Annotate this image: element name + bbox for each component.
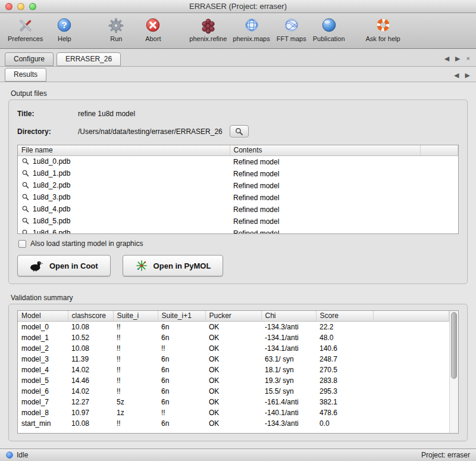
tab-back-arrow-icon[interactable]: ◀: [454, 71, 459, 79]
coot-bird-icon: [30, 260, 44, 272]
cell: 140.6: [316, 343, 373, 354]
output-files-group-label: Output files: [11, 89, 468, 98]
output-file-row[interactable]: 1u8d_6.pdbRefined model: [18, 228, 458, 235]
tab-nav: ◀ ▶ ×: [444, 55, 470, 63]
tab-back-arrow-icon[interactable]: ◀: [444, 55, 449, 63]
tab-forward-arrow-icon[interactable]: ▶: [455, 55, 460, 63]
cell: model_0: [18, 321, 68, 332]
cell: !!: [158, 407, 205, 418]
output-file-row[interactable]: 1u8d_5.pdbRefined model: [18, 216, 458, 228]
toolbar-publication-button[interactable]: Publication: [313, 16, 345, 42]
validation-row[interactable]: model_110.52!!6nOK-134.1/anti48.0: [18, 332, 449, 343]
pymol-icon: [135, 260, 148, 272]
tab-results[interactable]: Results: [5, 68, 46, 82]
toolbar-help-button[interactable]: ? Help: [49, 16, 80, 42]
close-window-button[interactable]: [5, 3, 12, 10]
cell: Refined model: [230, 204, 420, 216]
cell: 6n: [158, 365, 205, 375]
status-project: Project: erraser: [421, 451, 470, 459]
cell: 14.02: [68, 386, 113, 397]
sub-tab-bar: Results ◀ ▶: [0, 67, 476, 82]
column-header[interactable]: clashscore: [68, 311, 113, 321]
cell: 10.97: [68, 407, 113, 418]
validation-row[interactable]: model_311.39!!6nOK63.1/ syn248.7: [18, 354, 449, 365]
toolbar-label: Ask for help: [366, 35, 400, 42]
cell: 14.46: [68, 375, 113, 386]
tab-configure[interactable]: Configure: [5, 52, 54, 66]
minimize-window-button[interactable]: [17, 3, 24, 10]
validation-row[interactable]: model_010.08!!6nOK-134.3/anti22.2: [18, 321, 449, 332]
toolbar-label: Preferences: [8, 35, 43, 42]
cell-filler: [420, 168, 458, 180]
vertical-scrollbar[interactable]: [449, 311, 458, 433]
tab-close-icon[interactable]: ×: [466, 55, 470, 63]
toolbar-phenix-refine-button[interactable]: phenix.refine: [189, 16, 227, 42]
output-file-row[interactable]: 1u8d_2.pdbRefined model: [18, 180, 458, 192]
output-file-row[interactable]: 1u8d_3.pdbRefined model: [18, 192, 458, 204]
output-file-row[interactable]: 1u8d_0.pdbRefined model: [18, 155, 458, 168]
cell: OK: [205, 321, 261, 332]
cell: !!: [113, 354, 158, 365]
load-starting-model-checkbox[interactable]: [18, 240, 26, 248]
toolbar-fft-maps-button[interactable]: FFT maps: [276, 16, 307, 42]
toolbar-preferences-button[interactable]: Preferences: [8, 16, 43, 42]
validation-row[interactable]: model_514.46!!6nOK19.3/ syn283.8: [18, 375, 449, 386]
cell-filler: [373, 386, 449, 397]
column-header[interactable]: Score: [316, 311, 373, 321]
browse-directory-button[interactable]: [230, 125, 249, 138]
output-file-row[interactable]: 1u8d_1.pdbRefined model: [18, 168, 458, 180]
validation-row[interactable]: model_810.971z!!OK-140.1/anti478.6: [18, 407, 449, 418]
cell: -134.1/anti: [261, 332, 316, 343]
preferences-icon: [16, 16, 35, 35]
validation-row[interactable]: model_210.08!!!!OK-134.1/anti140.6: [18, 343, 449, 354]
cell: !!: [113, 343, 158, 354]
cell: OK: [205, 418, 261, 429]
status-text: Idle: [17, 451, 28, 459]
output-files-table-body: 1u8d_0.pdbRefined model1u8d_1.pdbRefined…: [18, 155, 458, 234]
column-header-filler: [420, 145, 458, 155]
main-tab-bar: Configure ERRASER_26 ◀ ▶ ×: [0, 49, 476, 67]
open-in-pymol-button[interactable]: Open in PyMOL: [123, 255, 224, 276]
toolbar-abort-button[interactable]: Abort: [137, 16, 168, 42]
open-in-pymol-label: Open in PyMOL: [154, 261, 211, 270]
cell: 6n: [158, 332, 205, 343]
column-header[interactable]: Model: [18, 311, 68, 321]
tab-forward-arrow-icon[interactable]: ▶: [465, 71, 470, 79]
column-header[interactable]: Pucker: [205, 311, 261, 321]
validation-row[interactable]: model_712.275z6nOK-161.4/anti382.1: [18, 397, 449, 407]
cell: 22.2: [316, 321, 373, 332]
validation-table-header: ModelclashscoreSuite_iSuite_i+1PuckerChi…: [18, 311, 449, 321]
cell: Refined model: [230, 216, 420, 228]
open-in-coot-button[interactable]: Open in Coot: [17, 255, 111, 276]
cell: OK: [205, 375, 261, 386]
cell: model_2: [18, 343, 68, 354]
cell: 1u8d_1.pdb: [18, 168, 230, 180]
column-header[interactable]: Suite_i+1: [158, 311, 205, 321]
column-header-filler: [373, 311, 449, 321]
cell: 6n: [158, 375, 205, 386]
toolbar-run-button[interactable]: Run: [101, 16, 131, 42]
validation-row[interactable]: model_614.02!!6nOK15.5/ syn295.3: [18, 386, 449, 397]
zoom-window-button[interactable]: [29, 3, 36, 10]
validation-row[interactable]: start_min10.08!!6nOK-134.3/anti0.0: [18, 418, 449, 429]
magnifier-icon: [21, 193, 29, 203]
cell-filler: [420, 216, 458, 228]
cell: !!: [113, 418, 158, 429]
validation-row[interactable]: model_414.02!!6nOK18.1/ syn270.5: [18, 365, 449, 375]
tab-erraser-26[interactable]: ERRASER_26: [57, 52, 121, 66]
output-files-table-header: File nameContents: [18, 145, 458, 155]
column-header[interactable]: File name: [18, 145, 230, 155]
toolbar-phenix-maps-button[interactable]: phenix.maps: [233, 16, 270, 42]
column-header[interactable]: Contents: [230, 145, 420, 155]
cell: 1u8d_6.pdb: [18, 228, 230, 235]
column-header[interactable]: Chi: [261, 311, 316, 321]
scrollbar-thumb[interactable]: [451, 312, 457, 379]
toolbar-label: Run: [110, 35, 122, 42]
cell: Refined model: [230, 192, 420, 204]
toolbar-ask-for-help-button[interactable]: Ask for help: [366, 16, 400, 42]
magnifier-icon: [21, 181, 29, 191]
output-file-row[interactable]: 1u8d_4.pdbRefined model: [18, 204, 458, 216]
column-header[interactable]: Suite_i: [113, 311, 158, 321]
cell: 248.7: [316, 354, 373, 365]
cell: !!: [113, 386, 158, 397]
